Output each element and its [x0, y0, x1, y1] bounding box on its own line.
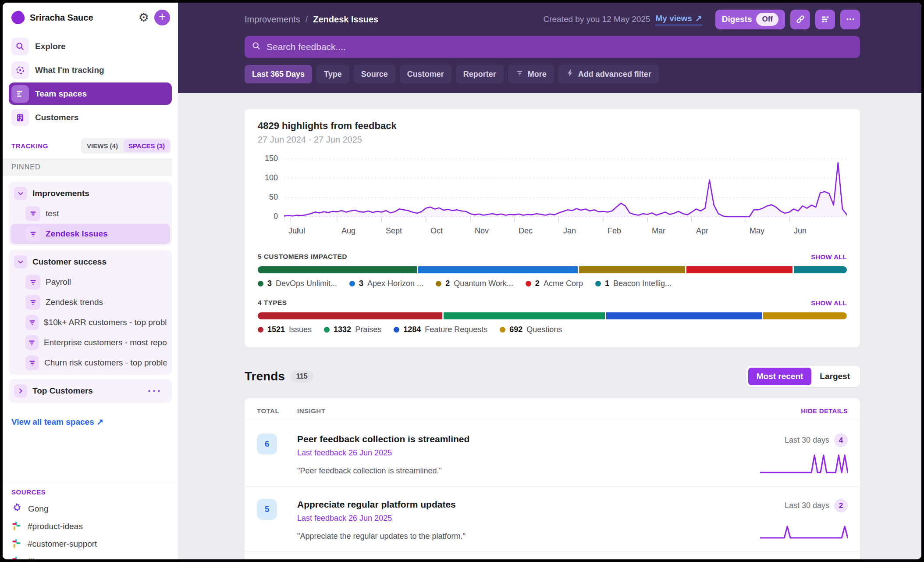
legend-item: 3DevOps Unlimit...	[258, 279, 337, 288]
trend-row[interactable]: 5Appreciate regular platform updatesLast…	[245, 487, 860, 552]
trends-sort-most-recent[interactable]: Most recent	[748, 368, 812, 385]
x-axis-month-label: Nov	[475, 226, 489, 236]
space-group: ImprovementstestZendesk Issues	[9, 182, 172, 246]
legend-item: 1284Feature Requests	[394, 325, 487, 334]
space-view-item[interactable]: $10k+ ARR customers - top problems	[11, 312, 170, 333]
trend-sparkline	[760, 516, 848, 541]
trend-row[interactable]: 6Peer feedback collection is streamlined…	[245, 421, 860, 487]
source-item[interactable]: Gong	[11, 500, 169, 518]
search-input[interactable]	[267, 42, 853, 52]
legend-dot-icon	[595, 281, 601, 286]
stacked-bar	[258, 312, 847, 319]
copy-link-button[interactable]	[790, 10, 810, 29]
target-icon	[11, 61, 29, 79]
trends-count-badge: 115	[291, 370, 313, 383]
tracking-tab-spaces[interactable]: SPACES (3)	[124, 140, 170, 152]
space-view-item[interactable]: Churn risk customers - top problems	[11, 353, 170, 373]
highlights-chart: 050100150JulJulAugSeptOctNovDecJanFebMar…	[258, 155, 847, 242]
bar-segment	[606, 312, 762, 319]
create-new-button[interactable]: +	[154, 10, 170, 25]
filter-chip-more[interactable]: More	[508, 65, 554, 83]
digests-button[interactable]: Digests Off	[715, 10, 785, 29]
highlights-title: 4829 highlights from feedback	[258, 120, 847, 132]
x-axis-month-label: May	[750, 226, 764, 236]
section-label: 5 CUSTOMERS IMPACTED	[258, 253, 347, 261]
show-all-link[interactable]: SHOW ALL	[811, 253, 847, 261]
group-menu-icon[interactable]: ···	[148, 385, 167, 397]
more-options-button[interactable]	[840, 10, 860, 29]
legend-dot-icon	[436, 281, 441, 286]
trends-sort-largest[interactable]: Largest	[811, 368, 858, 385]
filter-chip-type[interactable]: Type	[316, 65, 349, 83]
tracking-tab-views[interactable]: VIEWS (4)	[82, 140, 123, 152]
main-area: Improvements / Zendesk Issues Created by…	[178, 3, 921, 559]
source-item[interactable]: #bugs	[11, 553, 169, 559]
customers-impacted-section: 5 CUSTOMERS IMPACTEDSHOW ALL3DevOps Unli…	[258, 253, 847, 288]
filter-chip-customer[interactable]: Customer	[400, 65, 451, 83]
sidebar-item-explore[interactable]: Explore	[9, 35, 172, 57]
sidebar: Sriracha Sauce ⚙ + ExploreWhat I'm track…	[3, 3, 178, 559]
legend-dot-icon	[526, 281, 531, 286]
legend-dot-icon	[258, 327, 263, 333]
view-all-team-spaces-link[interactable]: View all team spaces ↗	[11, 417, 103, 427]
trend-sparkline	[760, 451, 848, 475]
workspace-header: Sriracha Sauce ⚙ +	[3, 3, 178, 29]
x-axis-month-label: Jul	[295, 226, 305, 236]
source-item[interactable]: #customer-support	[11, 535, 169, 553]
digest-list-button[interactable]	[815, 10, 835, 29]
view-filter-icon	[25, 335, 39, 350]
legend-item: 1Beacon Intellig...	[595, 279, 672, 288]
source-item[interactable]: #product-ideas	[11, 518, 169, 535]
x-axis-month-label: Jan	[563, 226, 576, 236]
settings-gear-icon[interactable]: ⚙	[139, 12, 149, 24]
chevron-right-icon	[14, 384, 27, 397]
sources-section: SOURCES Gong#product-ideas#customer-supp…	[3, 481, 178, 559]
x-axis-month-label: Feb	[608, 226, 621, 236]
gong-icon	[11, 503, 22, 515]
bar-segment	[418, 266, 577, 273]
app-window: Sriracha Sauce ⚙ + ExploreWhat I'm track…	[3, 3, 921, 559]
trend-title: Appreciate regular platform updates	[297, 499, 754, 510]
trend-period-label: Last 30 days	[785, 436, 829, 445]
view-filter-icon	[25, 275, 40, 290]
types-section: 4 TYPESSHOW ALL1521Issues1332Praises1284…	[258, 299, 847, 334]
space-view-item[interactable]: Zendesk Issues	[11, 224, 170, 244]
filter-chip-add-advanced-filter[interactable]: Add advanced filter	[558, 65, 659, 83]
legend-item: 2Acme Corp	[526, 279, 583, 288]
filter-chip-last-365-days[interactable]: Last 365 Days	[245, 65, 312, 83]
trend-last-feedback: Last feedback 26 Jun 2025	[297, 448, 754, 458]
space-view-item[interactable]: test	[11, 204, 170, 224]
hide-details-link[interactable]: HIDE DETAILS	[801, 407, 848, 415]
show-all-link[interactable]: SHOW ALL	[811, 299, 847, 307]
tracking-label: TRACKING	[11, 142, 48, 150]
legend-dot-icon	[258, 281, 263, 286]
y-axis-tick-label: 100	[258, 173, 278, 183]
space-group-header[interactable]: Improvements	[11, 183, 170, 204]
legend: 3DevOps Unlimit...3Apex Horizon ...2Quan…	[258, 279, 847, 288]
y-axis-tick-label: 50	[258, 193, 278, 202]
space-view-item[interactable]: Zendesk trends	[11, 292, 170, 312]
filter-chip-reporter[interactable]: Reporter	[456, 65, 504, 83]
trends-header: Trends 115 Most recentLargest	[245, 366, 860, 387]
search-icon	[11, 38, 29, 55]
chevron-down-icon	[14, 255, 27, 268]
content-area: 4829 highlights from feedback 27 Jun 202…	[178, 93, 921, 559]
space-view-item[interactable]: Enterprise customers - most reporte...	[11, 333, 170, 353]
x-axis-month-label: Jun	[794, 226, 807, 236]
space-group-header[interactable]: Top Customers···	[11, 381, 170, 401]
lines-icon	[11, 85, 29, 103]
sidebar-item-team-spaces[interactable]: Team spaces	[9, 82, 172, 105]
space-view-item[interactable]: Payroll	[11, 272, 170, 292]
filter-chip-source[interactable]: Source	[354, 65, 395, 83]
filter-chips: Last 365 DaysTypeSourceCustomerReporterM…	[245, 65, 860, 83]
external-arrow-icon: ↗	[96, 417, 103, 426]
bolt-icon	[566, 69, 574, 79]
breadcrumb-parent[interactable]: Improvements	[245, 14, 300, 25]
trend-row[interactable]: 3Urgency level of issueLast feedback 25 …	[245, 552, 860, 559]
sidebar-item-what-i-m-tracking[interactable]: What I'm tracking	[9, 59, 172, 81]
bar-segment	[258, 312, 442, 319]
space-group-header[interactable]: Customer success	[11, 252, 170, 272]
breadcrumb-current: Zendesk Issues	[313, 14, 378, 25]
sidebar-item-customers[interactable]: Customers	[9, 106, 172, 129]
my-views-link[interactable]: My views ↗	[655, 13, 702, 25]
